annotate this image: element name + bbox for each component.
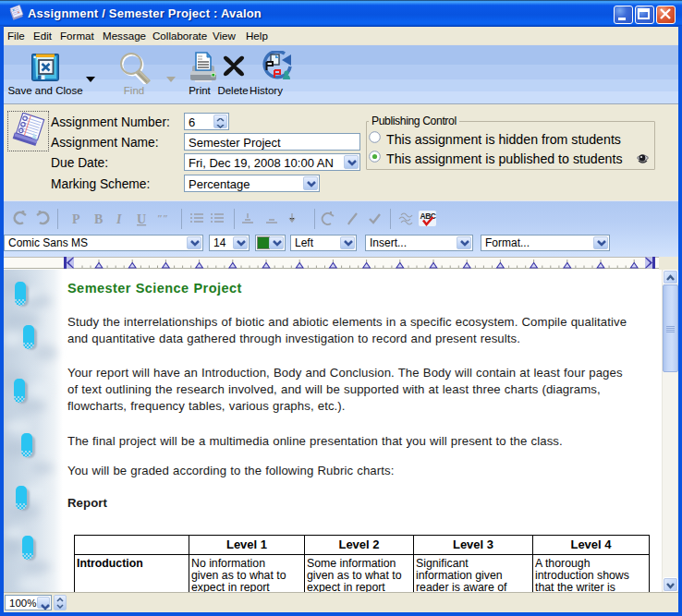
svg-text:I: I [116,212,122,226]
svg-text:B: B [94,212,103,226]
svg-text:″″: ″″ [157,212,168,223]
svg-text:U: U [137,212,146,226]
svg-text:P: P [72,212,80,226]
svg-text:ABC: ABC [420,211,436,221]
